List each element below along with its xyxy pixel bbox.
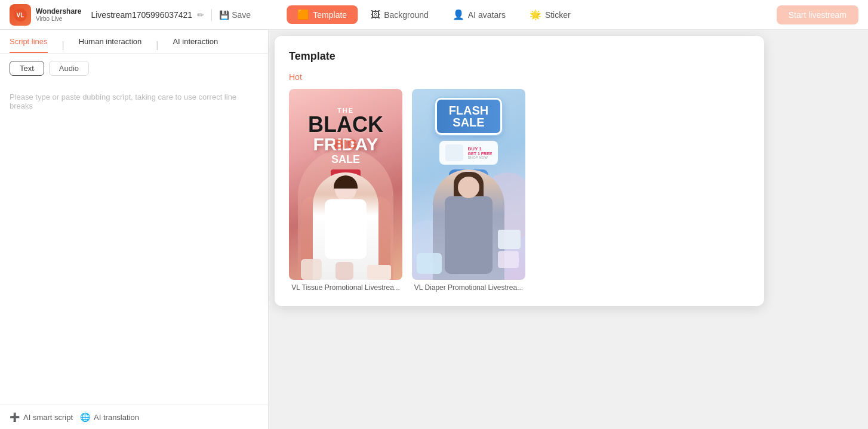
flash-sale-preview: FLASH SALE BUY 1 GET 1 FREE SHOP NOW xyxy=(412,89,525,280)
logo-sub: Virbo Live xyxy=(36,16,81,22)
ai-translation-icon: 🌐 xyxy=(80,412,90,422)
ai-avatars-nav-button[interactable]: 👤 AI avatars xyxy=(442,5,516,24)
sidebar-tab-human-interaction[interactable]: Human interaction xyxy=(79,37,142,53)
header-divider xyxy=(211,9,212,21)
sticker-icon: 🌟 xyxy=(530,9,541,20)
main-layout: Script lines | Human interaction | AI in… xyxy=(0,30,868,429)
right-area: Template Hot THE BLAC xyxy=(269,30,868,429)
project-name: Livestream1705996037421 ✏ xyxy=(91,10,204,20)
background-icon: 🖼 xyxy=(371,10,380,20)
script-placeholder: Please type or paste dubbing script, tak… xyxy=(0,83,268,120)
template-grid: THE BLACK FRIDAY BIG SALE SPECIALOFFE xyxy=(289,89,750,292)
template-card-diaper-label: VL Diaper Promotional Livestrea... xyxy=(412,283,525,292)
save-label: Save xyxy=(232,10,251,20)
sidebar: Script lines | Human interaction | AI in… xyxy=(0,30,269,429)
header: VL Wondershare Virbo Live Livestream1705… xyxy=(0,0,868,30)
header-nav: 🟧 Template 🖼 Background 👤 AI avatars 🌟 S… xyxy=(287,5,581,24)
template-icon: 🟧 xyxy=(297,9,309,20)
ai-avatars-nav-label: AI avatars xyxy=(468,10,506,20)
ai-smart-script-icon: ➕ xyxy=(10,412,20,422)
sidebar-bottom: ➕ AI smart script 🌐 AI translation xyxy=(0,405,268,429)
edit-icon[interactable]: ✏ xyxy=(197,10,204,20)
script-type-tabs: Text Audio xyxy=(0,54,268,83)
background-nav-button[interactable]: 🖼 Background xyxy=(360,6,439,24)
template-nav-label: Template xyxy=(313,10,347,20)
text-tab[interactable]: Text xyxy=(10,61,44,76)
template-card-tissue[interactable]: THE BLACK FRIDAY BIG SALE SPECIALOFFE xyxy=(289,89,402,292)
ai-translation-label: AI translation xyxy=(94,413,139,422)
sidebar-tabs: Script lines | Human interaction | AI in… xyxy=(0,30,268,54)
template-card-diaper[interactable]: FLASH SALE BUY 1 GET 1 FREE SHOP NOW xyxy=(412,89,525,292)
ai-smart-script-label: AI smart script xyxy=(23,413,73,422)
template-panel: Template Hot THE BLAC xyxy=(275,36,764,306)
template-card-tissue-image: THE BLACK FRIDAY BIG SALE SPECIALOFFE xyxy=(289,89,402,280)
header-right: Start livestream xyxy=(777,5,858,24)
project-name-text: Livestream1705996037421 xyxy=(91,10,192,20)
background-nav-label: Background xyxy=(384,10,429,20)
logo-icon: VL xyxy=(10,4,31,26)
start-livestream-button[interactable]: Start livestream xyxy=(777,5,858,24)
save-icon: 💾 xyxy=(219,10,229,20)
black-friday-preview: THE BLACK FRIDAY BIG SALE SPECIALOFFE xyxy=(289,89,402,280)
ai-avatars-icon: 👤 xyxy=(453,9,464,20)
logo-name: Wondershare xyxy=(36,7,81,16)
sticker-nav-label: Sticker xyxy=(545,10,571,20)
tab-divider-1: | xyxy=(62,40,64,51)
sidebar-tab-script-lines[interactable]: Script lines xyxy=(10,37,48,53)
save-button[interactable]: 💾 Save xyxy=(219,10,251,20)
svg-text:VL: VL xyxy=(17,12,24,18)
sticker-nav-button[interactable]: 🌟 Sticker xyxy=(519,5,581,24)
template-card-tissue-label: VL Tissue Promotional Livestrea... xyxy=(289,283,402,292)
logo-text-block: Wondershare Virbo Live xyxy=(36,7,81,22)
sidebar-tab-ai-interaction[interactable]: AI interaction xyxy=(173,37,218,53)
template-nav-button[interactable]: 🟧 Template xyxy=(287,5,358,24)
audio-tab[interactable]: Audio xyxy=(49,61,89,76)
ai-smart-script-button[interactable]: ➕ AI smart script xyxy=(10,412,73,422)
tab-divider-2: | xyxy=(156,40,158,51)
template-hot-label: Hot xyxy=(289,72,750,82)
template-panel-title: Template xyxy=(289,50,750,63)
logo-area: VL Wondershare Virbo Live xyxy=(10,4,81,26)
ai-translation-button[interactable]: 🌐 AI translation xyxy=(80,412,139,422)
template-card-diaper-image: FLASH SALE BUY 1 GET 1 FREE SHOP NOW xyxy=(412,89,525,280)
